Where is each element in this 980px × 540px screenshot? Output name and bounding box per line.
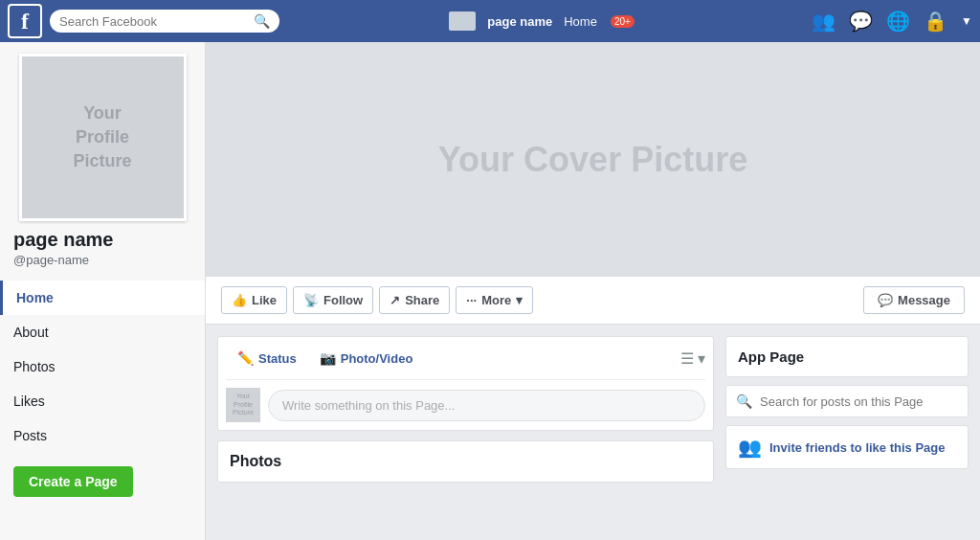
invite-friends-box[interactable]: 👥 Invite friends to like this Page (725, 425, 969, 469)
profile-picture-placeholder-text: Your Profile Picture (73, 101, 131, 174)
sidebar-item-home[interactable]: Home (0, 281, 205, 315)
create-page-button[interactable]: Create a Page (13, 466, 133, 497)
action-bar: 👍 Like 📡 Follow ↗ Share ··· More ▾ (206, 277, 980, 325)
nav-page-name: page name (487, 14, 552, 29)
like-label: Like (252, 293, 277, 307)
photos-section: Photos (217, 440, 714, 483)
lock-icon[interactable]: 🔒 (924, 10, 947, 33)
share-button[interactable]: ↗ Share (379, 286, 450, 314)
more-button[interactable]: ··· More ▾ (456, 286, 533, 314)
sidebar-page-handle: @page-name (0, 253, 205, 277)
messages-icon[interactable]: 💬 (849, 10, 873, 33)
post-input-area: Your Profile Picture Write something on … (226, 388, 705, 422)
follow-label: Follow (323, 293, 363, 307)
post-box: ✏️ Status 📷 Photo/Video ☰ ▾ (217, 336, 714, 431)
invite-friends-icon: 👥 (738, 436, 762, 459)
more-dropdown-icon: ▾ (516, 293, 523, 307)
search-posts-box[interactable]: 🔍 (725, 385, 969, 417)
options-icon: ☰ (680, 349, 694, 368)
friends-icon[interactable]: 👥 (812, 10, 835, 33)
photo-video-tab-label: Photo/Video (341, 351, 413, 366)
sidebar-item-about[interactable]: About (0, 315, 205, 349)
follow-button[interactable]: 📡 Follow (293, 286, 373, 314)
profile-picture: Your Profile Picture (19, 54, 187, 221)
search-posts-input[interactable] (760, 394, 958, 409)
facebook-logo[interactable]: f (8, 4, 42, 38)
nav-page-thumbnail (449, 11, 476, 31)
message-label: Message (898, 293, 950, 307)
post-avatar: Your Profile Picture (226, 388, 260, 422)
main-content: Your Cover Picture 👍 Like 📡 Follow ↗ Sha… (206, 42, 980, 540)
photo-video-tab[interactable]: 📷 Photo/Video (308, 345, 425, 371)
search-input[interactable] (59, 14, 248, 29)
status-tab-label: Status (258, 351, 297, 366)
nav-dropdown-arrow[interactable]: ▼ (961, 14, 972, 28)
status-tab[interactable]: ✏️ Status (226, 345, 308, 371)
nav-home-link[interactable]: Home (564, 14, 597, 29)
notification-badge[interactable]: 20+ (611, 15, 635, 28)
post-options-button[interactable]: ☰ ▾ (680, 349, 705, 368)
post-tabs: ✏️ Status 📷 Photo/Video ☰ ▾ (226, 345, 705, 380)
post-input[interactable]: Write something on this Page... (268, 390, 705, 421)
app-page-box: App Page (725, 336, 969, 377)
pencil-icon: ✏️ (237, 350, 254, 366)
invite-friends-label[interactable]: Invite friends to like this Page (769, 440, 946, 455)
message-icon: 💬 (878, 293, 893, 307)
page-wrapper: Your Profile Picture page name @page-nam… (0, 42, 980, 540)
search-posts-icon: 🔍 (736, 394, 752, 409)
content-body: ✏️ Status 📷 Photo/Video ☰ ▾ (206, 325, 980, 483)
more-label: More (481, 293, 511, 307)
sidebar-page-name: page name (0, 229, 205, 253)
globe-icon[interactable]: 🌐 (886, 10, 910, 33)
photos-section-title: Photos (230, 453, 281, 469)
feed-area: ✏️ Status 📷 Photo/Video ☰ ▾ (217, 336, 714, 483)
right-panel: App Page 🔍 👥 Invite friends to like this… (725, 336, 969, 483)
like-icon: 👍 (232, 293, 247, 307)
sidebar-navigation: Home About Photos Likes Posts (0, 281, 205, 453)
app-page-title: App Page (738, 349, 804, 365)
cover-photo-placeholder-text: Your Cover Picture (438, 140, 747, 180)
search-bar[interactable]: 🔍 (50, 10, 279, 33)
more-icon: ··· (466, 293, 477, 307)
cover-photo: Your Cover Picture (206, 42, 980, 277)
share-label: Share (405, 293, 439, 307)
sidebar-item-photos[interactable]: Photos (0, 349, 205, 384)
action-buttons-left: 👍 Like 📡 Follow ↗ Share ··· More ▾ (221, 286, 533, 314)
search-icon: 🔍 (254, 13, 270, 29)
sidebar: Your Profile Picture page name @page-nam… (0, 42, 206, 540)
camera-icon: 📷 (320, 350, 336, 366)
options-dropdown-icon: ▾ (698, 349, 705, 368)
nav-icons: 👥 💬 🌐 🔒 ▼ (812, 10, 972, 33)
sidebar-item-likes[interactable]: Likes (0, 384, 205, 418)
share-icon: ↗ (390, 293, 400, 307)
nav-center: page name Home 20+ (287, 11, 796, 31)
top-navigation: f 🔍 page name Home 20+ 👥 💬 🌐 🔒 ▼ (0, 0, 980, 42)
message-button[interactable]: 💬 Message (863, 286, 965, 314)
sidebar-item-posts[interactable]: Posts (0, 418, 205, 453)
follow-icon: 📡 (303, 293, 319, 307)
like-button[interactable]: 👍 Like (221, 286, 287, 314)
